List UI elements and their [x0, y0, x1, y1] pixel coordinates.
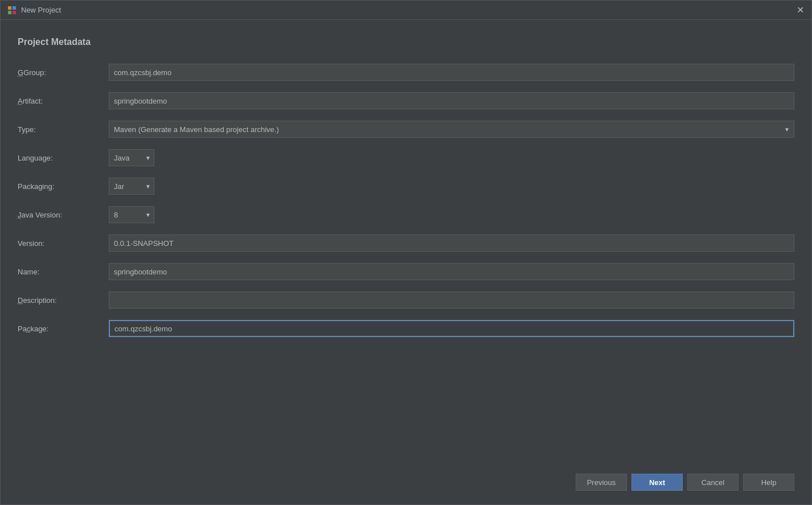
package-label: Package:	[18, 325, 109, 333]
packaging-select[interactable]: Jar War	[109, 178, 154, 195]
help-button[interactable]: Help	[743, 474, 794, 491]
package-input[interactable]	[109, 320, 794, 337]
footer: Previous Next Cancel Help	[1, 465, 811, 504]
artifact-input[interactable]	[109, 92, 794, 109]
group-row: GGroup:	[18, 63, 794, 81]
type-select[interactable]: Maven (Generate a Maven based project ar…	[109, 121, 794, 138]
packaging-label: Packaging:	[18, 182, 109, 191]
form-area: GGroup: Artifact: Type: Maven (Generate …	[18, 63, 794, 453]
svg-rect-0	[8, 6, 11, 10]
close-button[interactable]: ✕	[795, 6, 805, 15]
previous-button[interactable]: Previous	[576, 474, 627, 491]
svg-rect-3	[13, 11, 16, 14]
name-label: Name:	[18, 268, 109, 276]
title-bar-left: New Project	[7, 6, 61, 15]
java-version-row: Java Version: 8 11 17 ▼	[18, 206, 794, 224]
group-label: GGroup:	[18, 68, 109, 77]
package-row: Package:	[18, 319, 794, 338]
cancel-button[interactable]: Cancel	[687, 474, 739, 491]
svg-rect-2	[8, 11, 11, 14]
dialog-title: New Project	[21, 6, 61, 14]
title-bar: New Project ✕	[1, 1, 811, 20]
language-row: Language: Java Kotlin Groovy ▼	[18, 149, 794, 167]
svg-rect-1	[13, 6, 16, 10]
new-project-dialog: New Project ✕ Project Metadata GGroup: A…	[0, 0, 812, 505]
type-label: Type:	[18, 125, 109, 134]
name-input[interactable]	[109, 263, 794, 280]
java-version-label: Java Version:	[18, 211, 109, 219]
version-row: Version:	[18, 234, 794, 252]
language-select[interactable]: Java Kotlin Groovy	[109, 149, 154, 166]
artifact-label: Artifact:	[18, 97, 109, 105]
type-row: Type: Maven (Generate a Maven based proj…	[18, 120, 794, 138]
app-icon	[7, 6, 17, 15]
next-button[interactable]: Next	[631, 474, 683, 491]
name-row: Name:	[18, 262, 794, 281]
java-version-select[interactable]: 8 11 17	[109, 206, 154, 223]
description-input[interactable]	[109, 291, 794, 309]
version-input[interactable]	[109, 235, 794, 252]
group-input[interactable]	[109, 64, 794, 81]
packaging-row: Packaging: Jar War ▼	[18, 177, 794, 195]
artifact-row: Artifact:	[18, 92, 794, 110]
description-row: Description:	[18, 291, 794, 309]
type-select-wrapper: Maven (Generate a Maven based project ar…	[109, 121, 794, 138]
java-version-select-wrapper: 8 11 17 ▼	[109, 206, 154, 223]
version-label: Version:	[18, 239, 109, 248]
language-select-wrapper: Java Kotlin Groovy ▼	[109, 149, 154, 166]
section-title: Project Metadata	[18, 37, 794, 47]
dialog-content: Project Metadata GGroup: Artifact: Type:	[1, 20, 811, 465]
description-label: Description:	[18, 296, 109, 305]
language-label: Language:	[18, 154, 109, 162]
packaging-select-wrapper: Jar War ▼	[109, 178, 154, 195]
